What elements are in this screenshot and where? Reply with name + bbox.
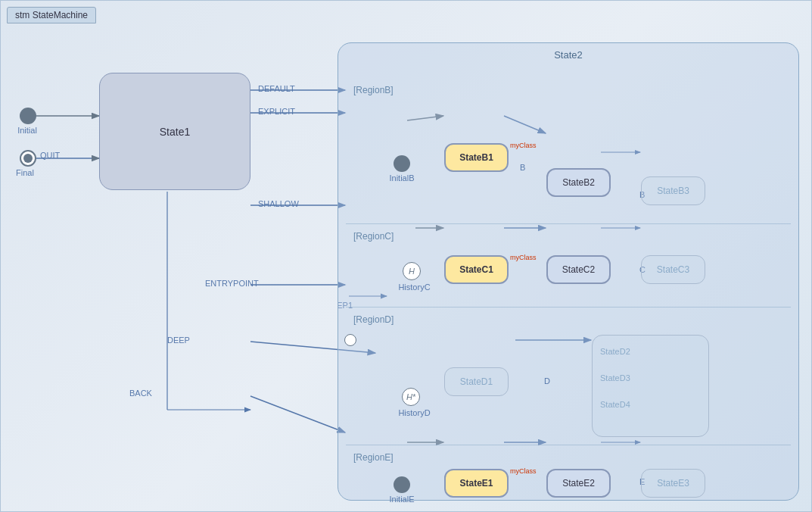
region-divider-de	[346, 445, 791, 445]
stateB3-box: StateB3	[641, 176, 705, 205]
initialE-pseudo	[394, 476, 410, 493]
b-trans-label: B	[520, 163, 525, 172]
explicit-transition: EXPLICIT	[258, 107, 295, 116]
stateB3-label: StateB3	[657, 186, 689, 196]
stateC1-box: StateC1	[444, 255, 509, 284]
stateE1-myclass: myClass	[510, 467, 537, 475]
stateD4-label: StateD4	[600, 400, 630, 409]
stateB1-label: StateB1	[459, 152, 493, 163]
regionE-label: [RegionE]	[353, 452, 394, 463]
d-label: D	[544, 376, 550, 386]
stateD1-label: StateD1	[460, 376, 493, 387]
stateC3-label: StateC3	[657, 264, 689, 275]
stateB2-box: StateB2	[546, 168, 611, 197]
stateD2-label: StateD2	[600, 347, 630, 356]
stateC3-box: StateC3	[641, 255, 705, 284]
state1-label: State1	[160, 126, 190, 138]
state1-box: State1	[99, 73, 250, 190]
stateC2-box: StateC2	[546, 255, 611, 284]
quit-transition: QUIT	[40, 151, 60, 160]
back-transition: BACK	[129, 389, 152, 398]
stateD1-box: StateD1	[444, 367, 509, 396]
stateC1-myclass: myClass	[510, 254, 537, 261]
ep1-circle	[344, 334, 356, 346]
final-label: Final	[10, 168, 40, 177]
historyD-label: HistoryD	[390, 408, 439, 417]
historyC-label: HistoryC	[390, 283, 439, 292]
main-diagram: stm StateMachine	[0, 0, 812, 512]
state2-container: State2 [RegionB] InitialB StateB1 myClas…	[338, 42, 799, 501]
historyC-pseudo: H	[403, 262, 421, 280]
stateB1-myclass: myClass	[510, 142, 537, 149]
title-tab: stm StateMachine	[7, 7, 96, 23]
svg-line-9	[250, 396, 345, 432]
initial-pseudo-state	[20, 108, 36, 124]
stateB2-label: StateB2	[562, 177, 595, 188]
stateD-group: StateD2 StateD3 StateD4	[592, 335, 709, 437]
shallow-transition: SHALLOW	[258, 199, 299, 208]
regionC-label: [RegionC]	[353, 231, 394, 242]
stateE3-box: StateE3	[641, 469, 705, 498]
stateD3-label: StateD3	[600, 373, 630, 382]
region-divider-cd	[346, 307, 791, 308]
historyD-pseudo: H*	[402, 388, 420, 406]
title-text: stm StateMachine	[15, 10, 88, 20]
initialE-label: InitialE	[380, 495, 424, 504]
initialB-pseudo	[394, 155, 410, 172]
stateE2-box: StateE2	[546, 469, 611, 498]
regionD-label: [RegionD]	[353, 314, 394, 325]
final-pseudo-state	[20, 150, 36, 167]
entrypoint-transition: ENTRYPOINT	[205, 279, 259, 288]
stateC2-label: StateC2	[562, 264, 595, 275]
initial-label: Initial	[8, 126, 46, 135]
stateE3-label: StateE3	[657, 478, 689, 489]
default-transition: DEFAULT	[258, 84, 295, 93]
deep-transition: DEEP	[167, 336, 190, 345]
stateE1-label: StateE1	[459, 478, 493, 489]
stateE2-label: StateE2	[562, 478, 595, 489]
initialB-label: InitialB	[380, 173, 424, 183]
stateB1-box: StateB1	[444, 143, 509, 172]
state2-label: State2	[554, 49, 583, 61]
stateE1-box: StateE1	[444, 469, 509, 498]
regionB-label: [RegionB]	[353, 85, 394, 95]
region-divider-bc	[346, 223, 791, 224]
stateC1-label: StateC1	[459, 264, 493, 275]
